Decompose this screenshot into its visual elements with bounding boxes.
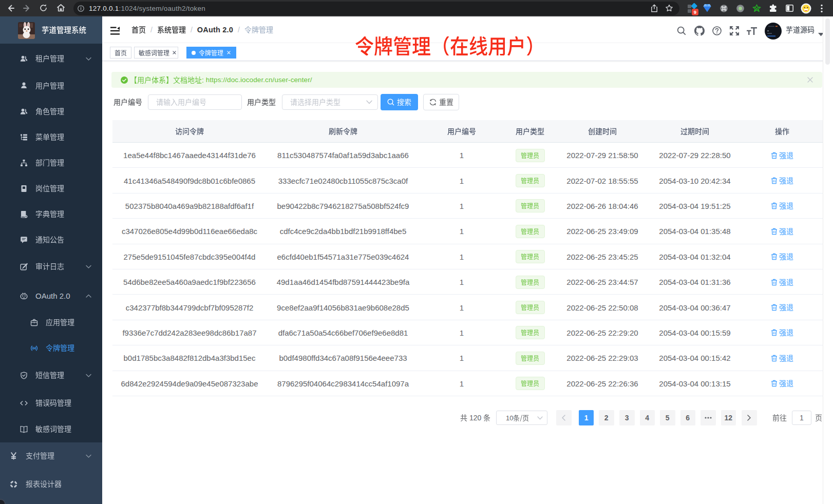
svg-text:9: 9 (694, 9, 696, 15)
